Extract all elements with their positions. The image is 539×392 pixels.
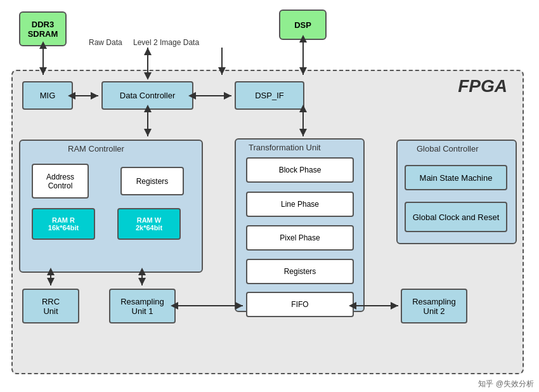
ram-r-block: RAM R 16k*64bit (32, 208, 95, 240)
registers-ram-block: Registers (120, 167, 184, 195)
main-state-block: Main State Machine (405, 165, 507, 190)
watermark: 知乎 @失效分析 (478, 379, 534, 389)
mig-block: MIG (22, 81, 73, 110)
resampling2-block: Resampling Unit 2 (401, 289, 467, 323)
line-phase-block: Line Phase (246, 192, 354, 217)
dsp-if-block: DSP_IF (235, 81, 304, 110)
global-clock-block: Global Clock and Reset (405, 202, 507, 232)
level2-label: Level 2 Image Data (133, 38, 199, 47)
transformation-unit-label: Transformation Unit (249, 143, 321, 152)
ram-w-block: RAM W 2k*64bit (117, 208, 181, 240)
ram-controller-label: RAM Controller (68, 144, 124, 154)
address-control-block: Address Control (32, 164, 89, 199)
ddr3-block: DDR3 SDRAM (19, 11, 67, 46)
registers-trans-block: Registers (246, 259, 354, 284)
global-controller-label: Global Controller (417, 144, 479, 154)
raw-data-label: Raw Data (89, 38, 122, 47)
rrc-block: RRC Unit (22, 289, 79, 323)
diagram-container: FPGA Raw Data Level 2 Image Data DDR3 SD… (0, 0, 539, 392)
fifo-block: FIFO (246, 292, 354, 317)
block-phase-block: Block Phase (246, 157, 354, 183)
pixel-phase-block: Pixel Phase (246, 225, 354, 251)
ram-controller-section: RAM Controller (19, 140, 203, 273)
dsp-block: DSP (279, 10, 327, 40)
resampling1-block: Resampling Unit 1 (109, 289, 176, 323)
fpga-label: FPGA (458, 76, 507, 96)
data-controller-block: Data Controller (101, 81, 193, 110)
